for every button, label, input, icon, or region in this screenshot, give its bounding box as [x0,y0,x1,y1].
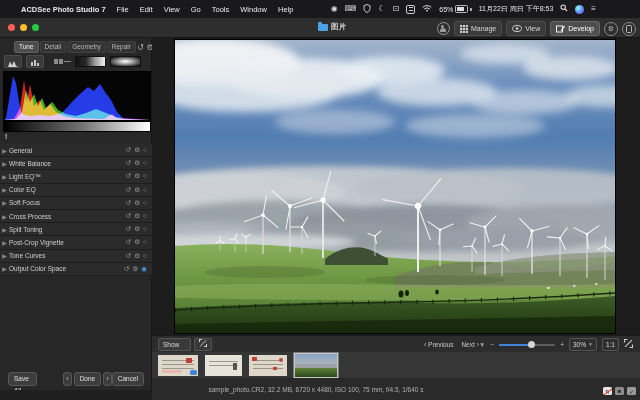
tone-gradient-strip[interactable] [75,56,106,67]
menu-help[interactable]: Help [278,5,293,14]
expand-arrow-icon[interactable]: ▶ [0,226,9,233]
expand-arrow-icon[interactable]: ▶ [0,186,9,193]
histogram-toggle-icon[interactable] [4,55,22,68]
thumbnail-document-2[interactable] [205,355,242,376]
settings-gear-icon[interactable]: ⚙ [604,22,618,36]
zoom-window-button[interactable] [32,24,39,31]
expand-arrow-icon[interactable]: ▶ [0,252,9,259]
battery-indicator[interactable]: 65% [439,5,472,13]
next-image-button[interactable]: Next › [461,341,479,348]
siri-icon[interactable] [575,5,584,14]
adjustment-row-output-color-space[interactable]: ▶Output Color Space↺⚙◉ [0,263,152,276]
menu-window[interactable]: Window [240,5,267,14]
menu-edit[interactable]: Edit [140,5,153,14]
adjustment-row-tone-curves[interactable]: ▶Tone Curves↺⚙○ [0,250,152,263]
clipping-warning-icon[interactable] [26,55,44,68]
reset-icon[interactable]: ↺ [126,225,131,233]
adjustment-row-post-crop-vignette[interactable]: ▶Post-Crop Vignette↺⚙○ [0,236,152,249]
tag-check-icon[interactable]: ✓ [627,387,636,395]
apply-radio-icon[interactable]: ○ [143,199,147,207]
expand-arrow-icon[interactable]: ▶ [0,199,9,206]
edit-disabled-icon[interactable]: ✎ [603,387,612,395]
mode-develop-button[interactable]: Develop [550,21,600,36]
zoom-preset-dropdown-icon[interactable]: ▼ [479,341,485,348]
tab-repair[interactable]: Repair [107,41,136,53]
zoom-level-dropdown[interactable]: 30% ▼ [569,338,597,351]
color-label-icon[interactable]: ■ [615,387,624,395]
gear-icon[interactable]: ⚙ [133,265,139,273]
screen-record-icon[interactable]: ◉ [331,5,338,13]
expand-arrow-icon[interactable]: ▶ [0,147,9,154]
app-menu[interactable]: ACDSee Photo Studio 7 [21,5,106,14]
expand-arrow-icon[interactable]: ▶ [0,213,9,220]
zoom-in-icon[interactable]: + [560,341,564,348]
gear-icon[interactable]: ⚙ [134,146,140,154]
adjustment-row-cross-process[interactable]: ▶Cross Process↺⚙○ [0,210,152,223]
gear-icon[interactable]: ⚙ [134,212,140,220]
menu-file[interactable]: File [117,5,129,14]
gear-icon[interactable]: ⚙ [134,186,140,194]
gear-icon[interactable]: ⚙ [134,225,140,233]
adjustment-row-general[interactable]: ▶General↺⚙○ [0,144,152,157]
done-button[interactable]: Done [74,372,102,386]
expand-arrow-icon[interactable]: ▶ [0,173,9,180]
reset-icon[interactable]: ↺ [126,146,131,154]
reset-icon[interactable]: ↺ [126,199,131,207]
mobile-sync-icon[interactable] [622,22,636,36]
adjustment-row-light-eq[interactable]: ▶Light EQ™↺⚙○ [0,170,152,183]
apply-radio-icon[interactable]: ○ [143,252,147,260]
account-avatar-icon[interactable] [437,22,450,35]
previous-image-button[interactable]: ‹ Previous [424,341,453,348]
reset-icon[interactable]: ↺ [126,212,131,220]
gear-icon[interactable]: ⚙ [134,172,140,180]
tab-geometry[interactable]: Geometry [67,41,106,53]
adjustment-row-split-toning[interactable]: ▶Split Toning↺⚙○ [0,223,152,236]
tab-detail[interactable]: Detail [40,41,67,53]
apply-radio-icon[interactable]: ○ [143,146,147,154]
expand-arrow-icon[interactable]: ▶ [0,160,9,167]
mode-view-button[interactable]: View [506,21,546,36]
shield-icon[interactable] [363,4,371,15]
center-gradient-strip[interactable] [110,56,141,67]
gear-icon[interactable]: ⚙ [134,238,140,246]
input-source-icon[interactable] [406,5,415,14]
thumbnail-document-3[interactable] [249,355,287,376]
compare-split-icon[interactable] [194,338,212,351]
zoom-out-icon[interactable]: − [490,341,494,348]
slider-mode-icon[interactable] [54,59,71,64]
reset-icon[interactable]: ↺ [124,265,129,273]
apply-radio-icon-active[interactable]: ◉ [141,265,147,273]
thumbnail-landscape-selected[interactable] [294,353,338,378]
cancel-button[interactable]: Cancel [112,372,144,386]
apply-radio-icon[interactable]: ○ [143,186,147,194]
apply-radio-icon[interactable]: ○ [143,172,147,180]
spotlight-search-icon[interactable] [560,4,568,14]
minimize-window-button[interactable] [20,24,27,31]
adjustment-row-color-eq[interactable]: ▶Color EQ↺⚙○ [0,184,152,197]
reset-all-icon[interactable]: ↺ [137,43,144,52]
fit-image-icon[interactable] [624,339,633,349]
adjustment-row-soft-focus[interactable]: ▶Soft Focus↺⚙○ [0,197,152,210]
mode-manage-button[interactable]: Manage [454,21,502,36]
reset-icon[interactable]: ↺ [126,252,131,260]
gear-icon[interactable]: ⚙ [134,159,140,167]
save-all-button[interactable]: Save All [8,372,37,386]
zoom-slider[interactable] [499,339,555,350]
keyboard-icon[interactable]: ⌨ [345,5,357,13]
control-center-icon[interactable]: ≡ [591,5,596,13]
menu-tools[interactable]: Tools [212,5,230,14]
reset-icon[interactable]: ↺ [126,186,131,194]
close-window-button[interactable] [8,24,15,31]
apply-radio-icon[interactable]: ○ [143,212,147,220]
apply-radio-icon[interactable]: ○ [143,159,147,167]
expand-arrow-icon[interactable]: ▶ [0,265,9,272]
reset-icon[interactable]: ↺ [126,172,131,180]
expand-arrow-icon[interactable]: ▶ [0,239,9,246]
reset-icon[interactable]: ↺ [126,238,131,246]
adjustment-row-white-balance[interactable]: ▶White Balance↺⚙○ [0,157,152,170]
menu-go[interactable]: Go [191,5,201,14]
moon-icon[interactable]: ☾ [378,5,385,13]
show-original-button[interactable]: Show Original [158,338,191,351]
thumbnail-document-1[interactable] [158,355,198,376]
display-icon[interactable]: ⊡ [393,5,400,13]
